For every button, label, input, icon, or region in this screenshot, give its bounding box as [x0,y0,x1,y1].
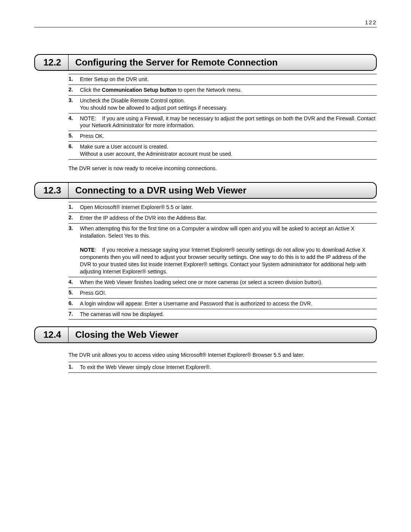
step-number: 5. [68,289,80,297]
steps-list: 1.Enter Setup on the DVR unit.2.Click th… [68,74,377,160]
step-number: 3. [68,97,80,112]
section-title: Closing the Web Viewer [68,327,185,342]
section-number: 12.2 [35,55,68,70]
step-number: 3. [68,225,80,275]
step-row: 4.NOTE: If you are using a Firewall, it … [68,113,377,131]
step-text: Open Microsoft® Internet Explorer® 5.5 o… [80,204,377,211]
step-row: 1.To exit the Web Viewer simply close In… [68,362,377,373]
step-row: 5.Press OK. [68,131,377,142]
step-number: 2. [68,214,80,222]
step-row: 6.Make sure a User account is created.Wi… [68,142,377,160]
section-number: 12.4 [35,327,68,342]
section-outro: The DVR server is now ready to receive i… [68,160,377,175]
page-number: 122 [365,19,377,26]
step-number: 2. [68,86,80,94]
step-text: Press OK. [80,133,377,140]
page-header: 122 [34,19,377,27]
section-header: 12.2Configuring the Server for Remote Co… [34,54,377,71]
step-row: 3.When attempting this for the first tim… [68,224,377,277]
section-number: 12.3 [35,183,68,198]
step-number: 5. [68,133,80,140]
step-text: Enter Setup on the DVR unit. [80,76,377,83]
step-text: To exit the Web Viewer simply close Inte… [80,364,377,371]
step-number: 4. [68,115,80,129]
step-text: Enter the IP address of the DVR into the… [80,214,377,222]
step-number: 1. [68,204,80,211]
step-number: 1. [68,364,80,371]
step-row: 6.A login window will appear. Enter a Us… [68,299,377,309]
step-row: 2.Enter the IP address of the DVR into t… [68,213,377,224]
step-text: Uncheck the Disable Remote Control optio… [80,97,377,112]
step-number: 6. [68,143,80,158]
document-page: 122 12.2Configuring the Server for Remot… [0,0,411,396]
step-number: 7. [68,311,80,318]
step-text: Click the Communication Setup button to … [80,86,377,94]
section-title: Connecting to a DVR using Web Viewer [68,183,253,198]
step-row: 2.Click the Communication Setup button t… [68,85,377,96]
step-text: NOTE: If you are using a Firewall, it ma… [80,115,377,129]
section-header: 12.4Closing the Web Viewer [34,326,377,343]
step-number: 4. [68,279,80,286]
step-row: 4.When the Web Viewer finishes loading s… [68,277,377,288]
step-number: 1. [68,76,80,83]
step-text: Press GO!. [80,289,377,297]
section-header: 12.3Connecting to a DVR using Web Viewer [34,182,377,199]
step-row: 3.Uncheck the Disable Remote Control opt… [68,96,377,113]
section-title: Configuring the Server for Remote Connec… [68,55,285,70]
step-row: 7.The cameras will now be displayed. [68,309,377,320]
step-text: A login window will appear. Enter a User… [80,300,377,307]
step-text: The cameras will now be displayed. [80,311,377,318]
step-number: 6. [68,300,80,307]
steps-list: 1.Open Microsoft® Internet Explorer® 5.5… [68,202,377,320]
section-intro: The DVR unit allows you to access video … [68,346,377,362]
step-text: When the Web Viewer finishes loading sel… [80,279,377,286]
step-text: Make sure a User account is created.With… [80,143,377,158]
step-row: 1.Open Microsoft® Internet Explorer® 5.5… [68,202,377,213]
step-row: 5.Press GO!. [68,288,377,299]
step-row: 1.Enter Setup on the DVR unit. [68,74,377,85]
step-text: When attempting this for the first time … [80,225,377,275]
steps-list: 1.To exit the Web Viewer simply close In… [68,362,377,373]
sections-container: 12.2Configuring the Server for Remote Co… [34,54,377,373]
